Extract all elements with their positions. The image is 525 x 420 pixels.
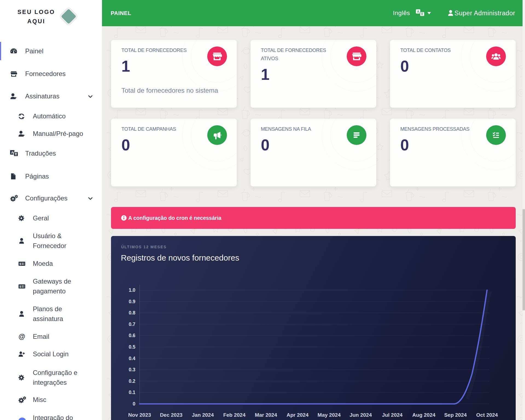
svg-text:0.7: 0.7 xyxy=(129,322,135,327)
svg-text:A: A xyxy=(417,10,419,13)
svg-text:$: $ xyxy=(19,262,21,266)
svg-text:Aug 2024: Aug 2024 xyxy=(412,412,436,418)
svg-text:Nov 2023: Nov 2023 xyxy=(128,412,151,418)
svg-text:Dec 2023: Dec 2023 xyxy=(160,412,182,418)
svg-text:@: @ xyxy=(19,333,25,340)
svg-text:0: 0 xyxy=(133,401,135,407)
svg-text:0.2: 0.2 xyxy=(129,378,136,384)
svg-text:Sep 2024: Sep 2024 xyxy=(444,412,467,418)
svg-text:0.9: 0.9 xyxy=(129,299,136,304)
svg-text:Jan 2024: Jan 2024 xyxy=(192,412,214,418)
svg-text:Jun 2024: Jun 2024 xyxy=(349,412,372,418)
svg-text:$: $ xyxy=(19,285,21,288)
svg-text:0.1: 0.1 xyxy=(129,390,136,395)
svg-text:May 2024: May 2024 xyxy=(317,412,341,418)
svg-text:0.5: 0.5 xyxy=(129,344,136,350)
svg-text:Feb 2024: Feb 2024 xyxy=(223,412,246,418)
svg-text:1.0: 1.0 xyxy=(129,287,136,293)
svg-text:0.8: 0.8 xyxy=(129,310,136,316)
svg-text:A: A xyxy=(11,151,13,154)
svg-text:0.4: 0.4 xyxy=(129,356,136,361)
svg-text:Apr 2024: Apr 2024 xyxy=(287,412,309,418)
svg-text:0.6: 0.6 xyxy=(129,333,136,338)
svg-text:Jul 2024: Jul 2024 xyxy=(382,412,402,418)
svg-text:Oct 2024: Oct 2024 xyxy=(476,412,498,418)
svg-text:Mar 2024: Mar 2024 xyxy=(255,412,277,418)
svg-text:0.3: 0.3 xyxy=(129,367,136,372)
